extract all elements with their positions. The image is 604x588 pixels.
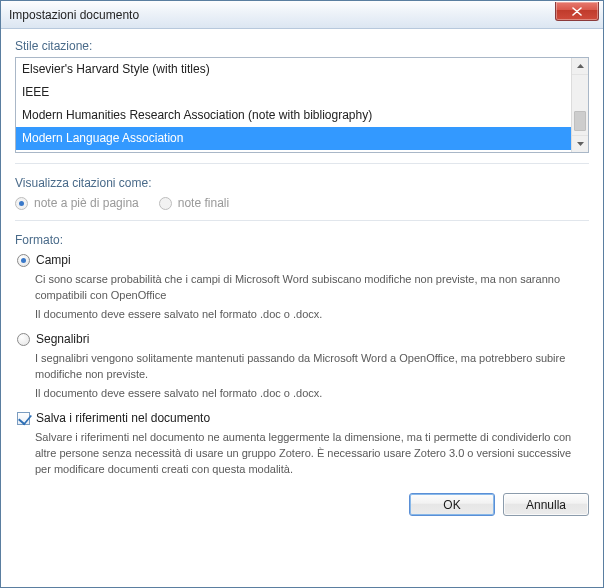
scroll-thumb[interactable] xyxy=(574,111,586,131)
divider xyxy=(15,220,589,221)
format-bookmarks-option: Segnalibri I segnalibri vengono solitame… xyxy=(17,332,589,401)
radio-endnotes-input xyxy=(159,197,172,210)
radio-footnotes-input xyxy=(15,197,28,210)
format-saverefs-desc: Salvare i riferimenti nel documento ne a… xyxy=(35,429,589,477)
format-label: Formato: xyxy=(15,233,589,247)
display-citations-label: Visualizza citazioni come: xyxy=(15,176,589,190)
radio-fields-label[interactable]: Campi xyxy=(36,253,71,267)
scroll-down-button[interactable] xyxy=(572,135,588,152)
radio-endnotes-label: note finali xyxy=(178,196,229,210)
chevron-up-icon xyxy=(577,64,584,68)
dialog-content: Stile citazione: Elsevier's Harvard Styl… xyxy=(1,29,603,528)
radio-bookmarks-label[interactable]: Segnalibri xyxy=(36,332,89,346)
dialog-buttons: OK Annulla xyxy=(15,493,589,516)
scroll-track[interactable] xyxy=(572,75,588,135)
checkbox-saverefs-input[interactable] xyxy=(17,412,30,425)
citation-style-listbox[interactable]: Elsevier's Harvard Style (with titles) I… xyxy=(15,57,589,153)
format-saverefs-option: Salva i riferimenti nel documento Salvar… xyxy=(17,411,589,477)
list-item[interactable]: IEEE xyxy=(16,81,571,104)
titlebar: Impostazioni documento xyxy=(1,1,603,29)
citation-style-list[interactable]: Elsevier's Harvard Style (with titles) I… xyxy=(16,58,571,152)
radio-footnotes: note a piè di pagina xyxy=(15,196,139,210)
format-fields-desc1: Ci sono scarse probabilità che i campi d… xyxy=(35,271,589,303)
format-fields-option: Campi Ci sono scarse probabilità che i c… xyxy=(17,253,589,322)
list-item[interactable]: Modern Humanities Research Association (… xyxy=(16,104,571,127)
cancel-button[interactable]: Annulla xyxy=(503,493,589,516)
window-title: Impostazioni documento xyxy=(9,8,555,22)
format-bookmarks-desc2: Il documento deve essere salvato nel for… xyxy=(35,385,589,401)
list-item[interactable]: Modern Language Association xyxy=(16,127,571,150)
radio-footnotes-label: note a piè di pagina xyxy=(34,196,139,210)
close-icon xyxy=(572,7,582,16)
listbox-scrollbar[interactable] xyxy=(571,58,588,152)
ok-button[interactable]: OK xyxy=(409,493,495,516)
format-fields-desc2: Il documento deve essere salvato nel for… xyxy=(35,306,589,322)
scroll-up-button[interactable] xyxy=(572,58,588,75)
checkbox-saverefs-label[interactable]: Salva i riferimenti nel documento xyxy=(36,411,210,425)
radio-endnotes: note finali xyxy=(159,196,229,210)
divider xyxy=(15,163,589,164)
format-bookmarks-desc1: I segnalibri vengono solitamente mantenu… xyxy=(35,350,589,382)
radio-fields-input[interactable] xyxy=(17,254,30,267)
display-citations-radios: note a piè di pagina note finali xyxy=(15,196,589,210)
chevron-down-icon xyxy=(577,142,584,146)
list-item[interactable]: Elsevier's Harvard Style (with titles) xyxy=(16,58,571,81)
close-button[interactable] xyxy=(555,2,599,21)
radio-bookmarks-input[interactable] xyxy=(17,333,30,346)
citation-style-label: Stile citazione: xyxy=(15,39,589,53)
